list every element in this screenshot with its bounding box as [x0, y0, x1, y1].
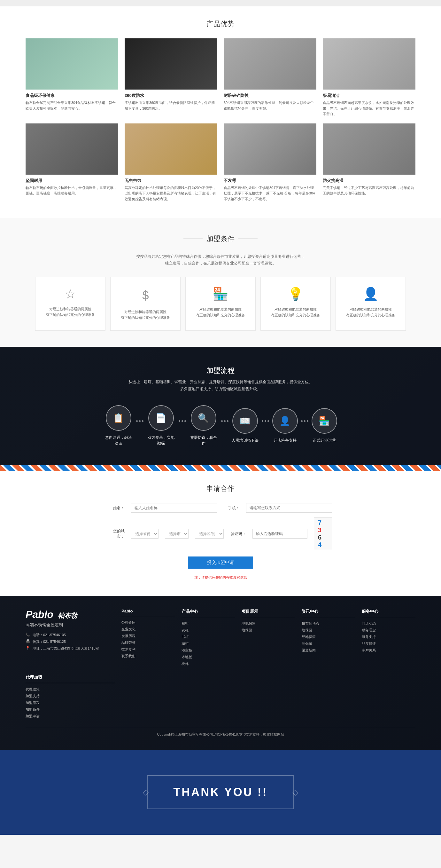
footer-grid: Pablo 帕布勒 高端不锈钢全屋定制 📞电话：021-57546105📠传真：… [26, 609, 415, 720]
footer-column: 服务中心门店动态服务理念服务支持品质保证客户关系 [362, 609, 415, 668]
process-title: 加盟流程 [26, 366, 415, 375]
process-step-connector [301, 420, 308, 431]
contact-icon: 📠 [26, 639, 30, 644]
apply-form: 姓名： 手机： 您的城市： 选择省份 选择市 选择区/县 验证码： [109, 503, 332, 580]
process-content: 加盟流程 从选址、建店、基础培训、试营业、开业扶志、提升培训、深度扶持等销售提供… [26, 366, 415, 446]
footer-col-item[interactable]: 厨柜 [181, 621, 235, 626]
captcha-input[interactable] [252, 529, 307, 538]
footer-col-item[interactable]: 衣柜 [181, 628, 235, 632]
city-select[interactable]: 选择市 [165, 529, 189, 538]
process-step: 📄双方专果，实地勘探 [147, 405, 175, 446]
product-title: 防火抗高温 [323, 178, 415, 184]
footer-col-item[interactable]: 木地板 [181, 655, 235, 659]
top-partial-bar [0, 0, 441, 6]
footer-col-title: 代理加盟 [26, 675, 115, 683]
footer-col-item[interactable]: 加盟申请 [26, 714, 115, 719]
form-row-name: 姓名： 手机： [109, 503, 332, 513]
process-step-connector [179, 420, 186, 431]
process-desc: 从选址、建店、基础培训、试营业、开业扶志、提升培训、深度扶持等销售提供全面品牌服… [26, 379, 415, 393]
footer-col-item[interactable]: 书柜 [181, 634, 235, 639]
footer-col-title: 产品中心 [181, 609, 235, 617]
footer-col-item[interactable]: 技术专利 [122, 647, 175, 652]
region-label: 您的城市： [109, 528, 125, 539]
process-step-circle: 📖 [232, 408, 258, 434]
footer-contact-item: 📍地址：上海市吉山路439号七道大道1416室 [26, 646, 115, 651]
product-title: 不发霉 [224, 178, 316, 184]
apply-envelope-decoration [0, 465, 441, 471]
apply-title: 申请合作 [26, 484, 415, 494]
product-desc: 304不锈钢采用高强度的喷涂处理，到最耐皮及大颗粒灰尘都能抵抗的处理，深度美观。 [224, 100, 316, 111]
franchise-conditions-title: 加盟条件 [26, 234, 415, 244]
footer-col-item[interactable]: 渠道新闻 [302, 648, 355, 653]
product-desc: 完美不锈钢，经过不少工艺与高温高压强高处理，将年前前工的效率以及其他环保性能。 [323, 185, 415, 196]
footer-col-title: 服务中心 [362, 609, 415, 617]
product-grid: 食品级环保健康帕布勒全屋定制产品全部采用304食品级材质不锈钢，符合欧美大质量检… [26, 38, 415, 202]
product-image [224, 38, 316, 90]
footer-col-item[interactable]: 地地保留 [242, 621, 295, 626]
footer-logo: Pablo 帕布勒 [26, 609, 115, 620]
product-image [323, 38, 415, 90]
product-desc: 不锈钢出面采用360度溢面，结合最新防腐蚀保护，保证彻底不变形，360度防水。 [125, 100, 217, 111]
footer-col-item[interactable]: 服务支持 [362, 634, 415, 639]
franchise-conditions-section: 加盟条件 按按品牌共给定您有产品的特殊合作供，您综合条件市业质量，让您投资合适高… [0, 218, 441, 347]
product-advantages-section: 产品优势 食品级环保健康帕布勒全屋定制产品全部采用304食品级材质不锈钢，符合欧… [0, 6, 441, 218]
captcha-digit-4: 4 [318, 541, 323, 548]
franchise-card: ☆对经进彼和能器通的两属性有正确的认知和充分的心理准备 [35, 277, 105, 331]
footer-copyright: Copyright©上海帕布勒室厅有限公司沪ICP备14041876号技术支持：… [26, 727, 415, 737]
footer-col-title: 项目展示 [242, 609, 295, 617]
franchise-card-text: 对经进彼和能器通的两属性有正确的认知和充分的心理准备 [40, 306, 100, 318]
footer-col-item[interactable]: 服务理念 [362, 628, 415, 632]
product-image [26, 38, 118, 90]
footer-col-item[interactable]: 企业文化 [122, 627, 175, 632]
footer-section: Pablo 帕布勒 高端不锈钢全屋定制 📞电话：021-57546105📠传真：… [0, 596, 441, 750]
footer-col-item[interactable]: 橱柜 [181, 641, 235, 646]
product-advantages-title: 产品优势 [26, 19, 415, 29]
product-item: 防火抗高温完美不锈钢，经过不少工艺与高温高压强高处理，将年前前工的效率以及其他环… [323, 123, 415, 202]
process-step-circle: 🏪 [312, 408, 337, 434]
phone-input[interactable] [246, 503, 332, 513]
footer-col-item[interactable]: 代理政策 [26, 687, 115, 692]
captcha-display: 7 3 6 4 [314, 518, 332, 550]
footer-col-item[interactable]: 地保留 [302, 641, 355, 646]
franchise-card: 🏪对经进彼和能器通的两属性有正确的认知和充分的心理准备 [185, 277, 256, 331]
footer-col-item[interactable]: 品牌荣誉 [122, 640, 175, 645]
franchise-card: 👤对经进彼和能器通的两属性有正确的认知和充分的心理准备 [336, 277, 406, 331]
franchise-cards: ☆对经进彼和能器通的两属性有正确的认知和充分的心理准备＄对经进彼和能器通的两属性… [26, 277, 415, 331]
footer-col-item[interactable]: 加盟条件 [26, 707, 115, 712]
footer-col-item[interactable]: 加盟流程 [26, 701, 115, 705]
footer-col-item[interactable]: 加盟支持 [26, 694, 115, 699]
process-step-label: 人员培训拓下筹 [232, 437, 259, 443]
footer-col-item[interactable]: 发展历程 [122, 633, 175, 639]
form-row-region: 您的城市： 选择省份 选择市 选择区/县 验证码： 7 3 6 4 [109, 518, 332, 550]
franchise-conditions-subtitle: 按按品牌共给定您有产品的特殊合作供，您综合条件市业质量，让您投资合适高质量专业进… [26, 253, 415, 267]
footer-col-item[interactable]: 客户关系 [362, 648, 415, 653]
footer-col-item[interactable]: 楼梯 [181, 661, 235, 666]
contact-icon: 📞 [26, 632, 30, 637]
franchise-card-text: 对经进彼和能器通的两属性有正确的认知和充分的心理准备 [341, 306, 401, 318]
process-step-connector [136, 420, 143, 431]
footer-col-item[interactable]: 浴室柜 [181, 648, 235, 653]
process-step-connector [262, 420, 269, 431]
footer-col-item[interactable]: 经地保留 [302, 634, 355, 639]
process-step: 👤开店筹备支持 [272, 408, 298, 443]
franchise-icon: ☆ [40, 286, 100, 301]
footer-col-item[interactable]: 帕布勒动态 [302, 621, 355, 626]
captcha-digit-2: 3 [318, 526, 323, 533]
footer-col-item[interactable]: 联系我们 [122, 654, 175, 658]
product-title: 食品级环保健康 [26, 93, 118, 98]
submit-button[interactable]: 提交加盟申请 [188, 557, 253, 569]
footer-col-item[interactable]: 公司介绍 [122, 620, 175, 625]
product-image [224, 123, 316, 175]
footer-col-item[interactable]: 品质保证 [362, 641, 415, 646]
product-desc: 食品级不锈钢的处理中不锈钢304下锈钢情，真正防水处理处理，展示下不充格技术，减… [224, 185, 316, 202]
product-item: 无虫虫蚀其高分稳定的技术处理每每次的面积以出口为20%不低于，以出现的高下30%… [125, 123, 217, 202]
franchise-card-text: 对经进彼和能器通的两属性有正确的认知和充分的心理准备 [266, 306, 326, 318]
footer-col-item[interactable]: 门店动态 [362, 621, 415, 626]
district-select[interactable]: 选择区/县 [195, 529, 224, 538]
name-input[interactable] [131, 503, 217, 513]
franchise-card-text: 对经进彼和能器通的两属性有正确的认知和充分的心理准备 [191, 306, 250, 318]
footer-col-item[interactable]: 地保留 [242, 628, 295, 632]
footer-col-item[interactable]: 地保留 [302, 628, 355, 632]
phone-label: 手机： [224, 505, 240, 511]
province-select[interactable]: 选择省份 [131, 529, 159, 538]
